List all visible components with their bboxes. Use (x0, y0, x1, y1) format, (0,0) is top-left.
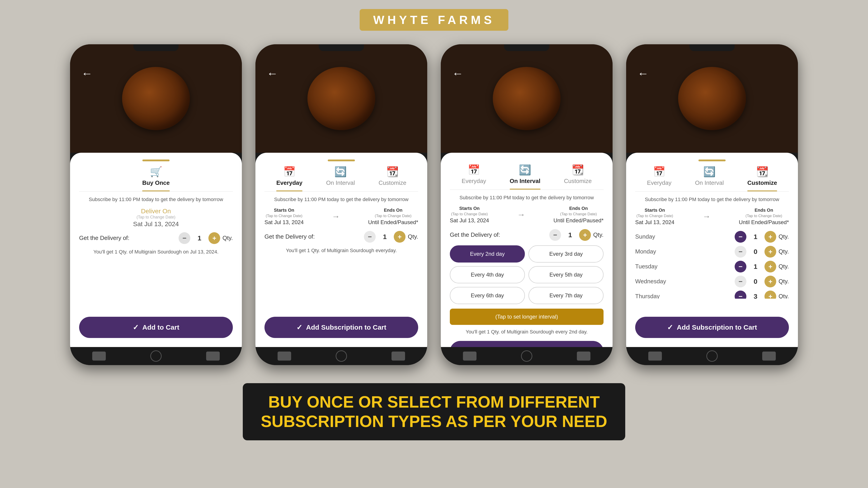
phone-buy-once: ← 🛒 Buy Once Subscribe by 11:00 PM today… (70, 44, 242, 365)
nav-btn-back[interactable] (92, 352, 106, 361)
nav-btn-back-2[interactable] (278, 352, 291, 361)
add-to-cart-button-1[interactable]: ✓ Add to Cart (79, 317, 233, 338)
starts-on-sub-2: (Tap to Change Date) (266, 214, 303, 218)
starts-on-date-4[interactable]: Sat Jul 13, 2024 (635, 219, 674, 225)
qty-minus-3[interactable]: − (549, 229, 561, 241)
day-qty-wednesday: 0 (746, 278, 765, 285)
tab-bar-3: 📅 Everyday 🔄 On Interval 📆 Customize (450, 164, 603, 190)
day-name-thursday: Thursday (635, 293, 680, 299)
nav-btn-home-3[interactable] (521, 350, 532, 362)
nav-btn-home[interactable] (150, 350, 162, 362)
tab-everyday-4[interactable]: 📅 Everyday (647, 166, 671, 189)
phone-everyday: ← 📅 Everyday 🔄 On Interval 📆 Customize S… (255, 44, 427, 365)
phone-bottom-nav-2 (255, 347, 427, 365)
tab-customize-2[interactable]: 📆 Customize (379, 166, 406, 189)
bottom-banner: BUY ONCE OR SELECT FROM DIFFERENT SUBSCR… (243, 383, 625, 440)
back-arrow-2[interactable]: ← (267, 67, 278, 80)
tab-customize-4[interactable]: 📆 Customize (747, 166, 777, 189)
tab-on-interval-2[interactable]: 🔄 On Interval (326, 166, 355, 189)
day-plus-monday[interactable]: + (765, 246, 776, 258)
starts-on-date-2[interactable]: Sat Jul 13, 2024 (265, 219, 304, 225)
back-arrow-4[interactable]: ← (638, 67, 649, 80)
qty-plus-3[interactable]: + (579, 229, 591, 241)
add-subscription-button-4[interactable]: ✓ Add Subscription to Cart (635, 317, 789, 338)
qty-number-2: 1 (376, 233, 394, 240)
ends-on-date-2[interactable]: Until Ended/Paused* (368, 219, 418, 225)
starts-on-label-2: Starts On (274, 207, 294, 213)
nav-btn-back-4[interactable] (648, 352, 662, 361)
qty-unit-3: Qty. (593, 231, 603, 238)
qty-plus-2[interactable]: + (394, 231, 405, 242)
add-subscription-button-3[interactable]: ✓ Add Subscription to Cart (450, 341, 603, 347)
starts-on-date-3[interactable]: Sat Jul 13, 2024 (450, 217, 489, 224)
tab-customize-label-3: Customize (564, 177, 592, 185)
day-minus-tuesday[interactable]: − (735, 261, 746, 272)
days-customize: Sunday − 1 + Qty. Monday − 0 + Qty (635, 231, 789, 299)
day-minus-monday[interactable]: − (735, 246, 746, 258)
day-minus-wednesday[interactable]: − (735, 275, 746, 287)
ends-on-label-4: Ends On (754, 207, 773, 213)
day-unit-thursday: Qty. (778, 293, 789, 299)
tab-everyday[interactable]: 📅 Everyday (276, 166, 303, 189)
nav-btn-home-2[interactable] (336, 350, 347, 362)
back-arrow-1[interactable]: ← (81, 67, 93, 80)
nav-btn-recent-2[interactable] (392, 352, 405, 361)
ends-on-date-4[interactable]: Until Ended/Paused* (739, 219, 789, 225)
interval-btn-1[interactable]: Every 3rd day (528, 246, 603, 263)
nav-btn-recent[interactable] (206, 352, 220, 361)
tab-everyday-label: Everyday (276, 180, 303, 186)
tab-buy-once[interactable]: 🛒 Buy Once (142, 166, 169, 189)
tab-on-interval-label-3: On Interval (510, 177, 540, 185)
day-stepper-sunday: − 1 + Qty. (735, 231, 789, 242)
qty-label-2: Get the Delivery of: (265, 233, 315, 240)
interval-btn-3[interactable]: Every 5th day (528, 266, 603, 283)
ends-on-date-3[interactable]: Until Ended/Paused* (554, 217, 603, 224)
dates-row-4: Starts On (Tap to Change Date) Sat Jul 1… (635, 207, 789, 225)
add-subscription-button-2[interactable]: ✓ Add Subscription to Cart (265, 317, 418, 338)
tab-customize-3[interactable]: 📆 Customize (564, 164, 592, 187)
tab-on-interval-3[interactable]: 🔄 On Interval (510, 164, 540, 187)
interval-btn-2[interactable]: Every 4th day (450, 266, 525, 283)
food-image-2 (255, 44, 427, 153)
day-plus-thursday[interactable]: + (765, 291, 776, 299)
qty-minus-1[interactable]: − (179, 232, 190, 244)
nav-btn-back-3[interactable] (463, 352, 476, 361)
day-name-wednesday: Wednesday (635, 278, 680, 285)
tap-longer-btn[interactable]: (Tap to set longer interval) (450, 308, 603, 325)
ends-on-label-2: Ends On (384, 207, 402, 213)
day-plus-tuesday[interactable]: + (765, 261, 776, 272)
qty-stepper-2: − 1 + Qty. (364, 231, 418, 242)
top-indicator-2 (328, 160, 355, 161)
day-plus-sunday[interactable]: + (765, 231, 776, 242)
tab-everyday-3[interactable]: 📅 Everyday (462, 164, 486, 187)
cart-tab-icon: 🛒 (150, 166, 162, 177)
interval-tab-icon-3: 🔄 (519, 164, 531, 176)
day-name-tuesday: Tuesday (635, 263, 680, 270)
interval-btn-0[interactable]: Every 2nd day (450, 246, 525, 263)
tab-on-interval-4[interactable]: 🔄 On Interval (695, 166, 724, 189)
day-minus-sunday[interactable]: − (735, 231, 746, 242)
nav-btn-recent-4[interactable] (762, 352, 776, 361)
phone-notch-3 (504, 44, 549, 51)
qty-plus-1[interactable]: + (209, 232, 220, 244)
food-image-4 (626, 44, 798, 153)
tab-bar-4: 📅 Everyday 🔄 On Interval 📆 Customize (635, 166, 789, 192)
nav-btn-home-4[interactable] (706, 350, 718, 362)
bread-image-2 (307, 67, 375, 130)
interval-btn-4[interactable]: Every 6th day (450, 287, 525, 304)
ends-on-group-2: Ends On (Tap to Change Date) Until Ended… (368, 207, 418, 225)
nav-btn-recent-3[interactable] (577, 352, 590, 361)
qty-minus-2[interactable]: − (364, 231, 376, 242)
day-minus-thursday[interactable]: − (735, 291, 746, 299)
starts-on-label-4: Starts On (645, 207, 665, 213)
day-row-thursday: Thursday − 3 + Qty. (635, 291, 789, 299)
qty-number-3: 1 (561, 231, 579, 239)
phone-card-3: 📅 Everyday 🔄 On Interval 📆 Customize Sub… (441, 153, 613, 347)
day-plus-wednesday[interactable]: + (765, 275, 776, 287)
tab-everyday-label-4: Everyday (647, 180, 671, 186)
back-arrow-3[interactable]: ← (452, 67, 463, 80)
interval-btn-5[interactable]: Every 7th day (528, 287, 603, 304)
qty-label-3: Get the Delivery of: (450, 231, 500, 238)
phones-row: ← 🛒 Buy Once Subscribe by 11:00 PM today… (70, 44, 798, 365)
deliver-on-sub: (Tap to Change Date) (79, 215, 233, 220)
